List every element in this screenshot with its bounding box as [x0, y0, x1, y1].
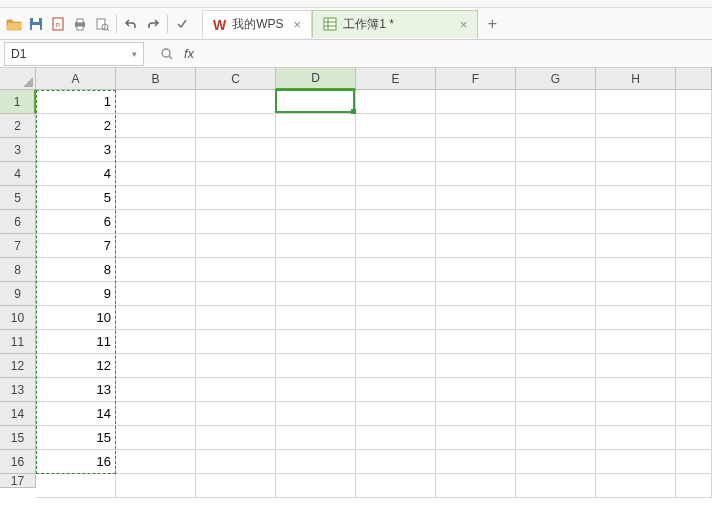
cell-A16[interactable]: 16: [36, 450, 116, 474]
cell-H17[interactable]: [596, 474, 676, 498]
cell-G8[interactable]: [516, 258, 596, 282]
cell-G14[interactable]: [516, 402, 596, 426]
row-header-4[interactable]: 4: [0, 162, 36, 186]
cell-F17[interactable]: [436, 474, 516, 498]
cell-E8[interactable]: [356, 258, 436, 282]
cell-C17[interactable]: [196, 474, 276, 498]
cell-H8[interactable]: [596, 258, 676, 282]
cell-D16[interactable]: [276, 450, 356, 474]
cell-B15[interactable]: [116, 426, 196, 450]
cell-E11[interactable]: [356, 330, 436, 354]
cell-E12[interactable]: [356, 354, 436, 378]
cell-A9[interactable]: 9: [36, 282, 116, 306]
cell-H13[interactable]: [596, 378, 676, 402]
row-header-1[interactable]: 1: [0, 90, 36, 114]
cell-C5[interactable]: [196, 186, 276, 210]
column-header-C[interactable]: C: [196, 68, 276, 90]
open-icon[interactable]: [4, 14, 24, 34]
cell-partial[interactable]: [676, 426, 712, 450]
cell-D8[interactable]: [276, 258, 356, 282]
cell-E2[interactable]: [356, 114, 436, 138]
cell-A15[interactable]: 15: [36, 426, 116, 450]
cell-D9[interactable]: [276, 282, 356, 306]
cell-D3[interactable]: [276, 138, 356, 162]
cell-B9[interactable]: [116, 282, 196, 306]
cell-G15[interactable]: [516, 426, 596, 450]
cell-E1[interactable]: [356, 90, 436, 114]
cell-H5[interactable]: [596, 186, 676, 210]
cell-E14[interactable]: [356, 402, 436, 426]
cell-F3[interactable]: [436, 138, 516, 162]
save-icon[interactable]: [26, 14, 46, 34]
cell-B3[interactable]: [116, 138, 196, 162]
cell-partial[interactable]: [676, 354, 712, 378]
cell-C1[interactable]: [196, 90, 276, 114]
undo-icon[interactable]: [121, 14, 141, 34]
cell-partial[interactable]: [676, 210, 712, 234]
cell-D5[interactable]: [276, 186, 356, 210]
cell-C2[interactable]: [196, 114, 276, 138]
cell-F7[interactable]: [436, 234, 516, 258]
cell-D7[interactable]: [276, 234, 356, 258]
cell-G5[interactable]: [516, 186, 596, 210]
cell-E10[interactable]: [356, 306, 436, 330]
cell-F6[interactable]: [436, 210, 516, 234]
cell-D14[interactable]: [276, 402, 356, 426]
name-box[interactable]: D1 ▾: [4, 42, 144, 66]
cell-G3[interactable]: [516, 138, 596, 162]
cell-partial[interactable]: [676, 186, 712, 210]
cell-H1[interactable]: [596, 90, 676, 114]
cell-B13[interactable]: [116, 378, 196, 402]
cell-E13[interactable]: [356, 378, 436, 402]
print-preview-icon[interactable]: [92, 14, 112, 34]
cell-B11[interactable]: [116, 330, 196, 354]
row-header-3[interactable]: 3: [0, 138, 36, 162]
cell-B7[interactable]: [116, 234, 196, 258]
column-header-B[interactable]: B: [116, 68, 196, 90]
cell-G4[interactable]: [516, 162, 596, 186]
cell-H10[interactable]: [596, 306, 676, 330]
cell-partial[interactable]: [676, 306, 712, 330]
cell-G10[interactable]: [516, 306, 596, 330]
new-tab-button[interactable]: +: [478, 10, 506, 38]
cell-E5[interactable]: [356, 186, 436, 210]
cell-partial[interactable]: [676, 402, 712, 426]
redo-icon[interactable]: [143, 14, 163, 34]
cell-partial[interactable]: [676, 234, 712, 258]
cell-B17[interactable]: [116, 474, 196, 498]
cell-C10[interactable]: [196, 306, 276, 330]
cell-A2[interactable]: 2: [36, 114, 116, 138]
cell-partial[interactable]: [676, 450, 712, 474]
cell-A1[interactable]: 1: [36, 90, 116, 114]
cell-G9[interactable]: [516, 282, 596, 306]
cell-E9[interactable]: [356, 282, 436, 306]
cell-F5[interactable]: [436, 186, 516, 210]
cell-A4[interactable]: 4: [36, 162, 116, 186]
row-header-16[interactable]: 16: [0, 450, 36, 474]
cell-G6[interactable]: [516, 210, 596, 234]
column-header-G[interactable]: G: [516, 68, 596, 90]
cell-C4[interactable]: [196, 162, 276, 186]
row-header-2[interactable]: 2: [0, 114, 36, 138]
cell-F2[interactable]: [436, 114, 516, 138]
cell-C13[interactable]: [196, 378, 276, 402]
cell-F9[interactable]: [436, 282, 516, 306]
cell-H3[interactable]: [596, 138, 676, 162]
cell-B8[interactable]: [116, 258, 196, 282]
cell-C12[interactable]: [196, 354, 276, 378]
dropdown-icon[interactable]: ▾: [132, 49, 137, 59]
close-icon[interactable]: ×: [290, 17, 302, 32]
cell-H7[interactable]: [596, 234, 676, 258]
cell-G13[interactable]: [516, 378, 596, 402]
print-icon[interactable]: [70, 14, 90, 34]
cell-C16[interactable]: [196, 450, 276, 474]
cell-H4[interactable]: [596, 162, 676, 186]
cell-B10[interactable]: [116, 306, 196, 330]
cell-B2[interactable]: [116, 114, 196, 138]
cell-B14[interactable]: [116, 402, 196, 426]
cell-H11[interactable]: [596, 330, 676, 354]
cell-partial[interactable]: [676, 114, 712, 138]
cell-C7[interactable]: [196, 234, 276, 258]
column-header-F[interactable]: F: [436, 68, 516, 90]
expand-fx-icon[interactable]: [156, 44, 178, 64]
